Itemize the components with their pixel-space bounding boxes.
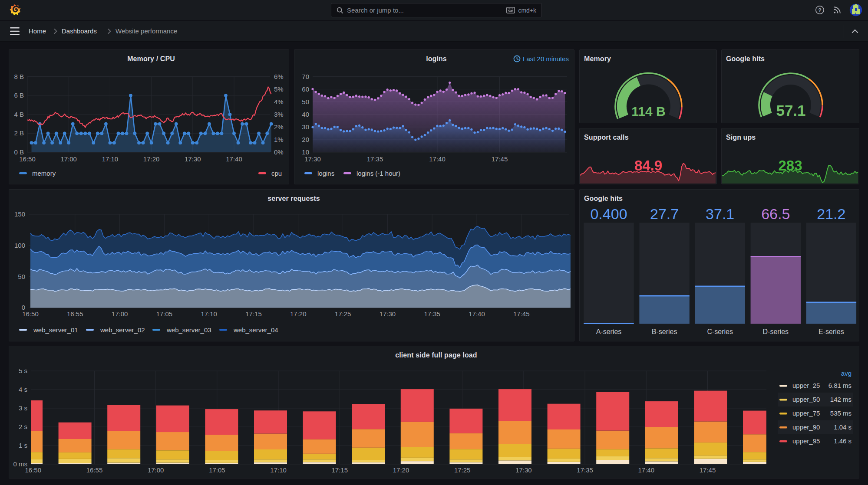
svg-text:30: 30	[302, 123, 309, 131]
svg-text:0 B: 0 B	[14, 148, 24, 156]
svg-text:17:40: 17:40	[226, 155, 242, 163]
svg-text:0%: 0%	[274, 148, 284, 156]
svg-text:17:05: 17:05	[209, 466, 225, 474]
svg-text:6 B: 6 B	[14, 92, 24, 99]
svg-text:40: 40	[302, 111, 309, 118]
svg-text:8 B: 8 B	[14, 73, 24, 80]
svg-text:66.5: 66.5	[761, 206, 790, 222]
svg-text:142 ms: 142 ms	[830, 396, 851, 403]
svg-text:17:45: 17:45	[700, 466, 716, 474]
svg-text:cpu: cpu	[271, 170, 282, 177]
svg-text:17:40: 17:40	[638, 466, 655, 474]
svg-text:0.400: 0.400	[590, 206, 627, 222]
svg-text:E-series: E-series	[818, 328, 844, 335]
svg-text:upper_95: upper_95	[792, 437, 820, 445]
svg-text:17:40: 17:40	[429, 155, 446, 163]
svg-text:6%: 6%	[274, 73, 284, 80]
svg-text:17:05: 17:05	[156, 310, 173, 318]
svg-text:17:20: 17:20	[393, 466, 409, 474]
svg-text:1.46 s: 1.46 s	[834, 437, 851, 445]
svg-text:114 B: 114 B	[631, 104, 665, 118]
svg-text:17:10: 17:10	[270, 466, 287, 474]
svg-text:D-series: D-series	[763, 328, 789, 335]
svg-text:1%: 1%	[274, 136, 284, 143]
svg-text:4 s: 4 s	[19, 386, 27, 393]
svg-text:50: 50	[302, 98, 309, 105]
svg-text:C-series: C-series	[707, 328, 733, 335]
svg-text:upper_90: upper_90	[792, 423, 820, 431]
svg-text:535 ms: 535 ms	[830, 410, 851, 417]
svg-text:17:35: 17:35	[424, 310, 440, 318]
svg-text:upper_50: upper_50	[792, 396, 820, 403]
svg-text:5%: 5%	[274, 85, 284, 93]
svg-text:2 B: 2 B	[14, 129, 24, 137]
svg-text:17:45: 17:45	[513, 310, 530, 318]
svg-text:?: ?	[818, 7, 822, 13]
svg-text:27.7: 27.7	[650, 206, 679, 222]
svg-text:60: 60	[302, 85, 309, 93]
svg-text:17:20: 17:20	[143, 155, 160, 163]
svg-text:memory: memory	[32, 170, 56, 177]
svg-text:16:50: 16:50	[22, 310, 39, 318]
svg-text:4%: 4%	[274, 98, 284, 105]
svg-text:16:55: 16:55	[67, 310, 83, 318]
svg-text:16:50: 16:50	[19, 155, 36, 163]
svg-text:web_server_04: web_server_04	[233, 326, 278, 334]
svg-text:3 s: 3 s	[19, 404, 27, 412]
svg-text:20: 20	[302, 136, 309, 143]
svg-text:2 s: 2 s	[19, 423, 27, 430]
svg-text:logins (-1 hour): logins (-1 hour)	[356, 170, 400, 177]
svg-text:17:15: 17:15	[332, 466, 348, 474]
svg-text:17:10: 17:10	[102, 155, 119, 163]
svg-text:17:45: 17:45	[492, 155, 508, 163]
svg-text:avg: avg	[841, 370, 851, 377]
svg-text:17:10: 17:10	[201, 310, 217, 318]
svg-text:17:30: 17:30	[380, 310, 396, 318]
svg-text:upper_25: upper_25	[792, 382, 820, 389]
svg-text:150: 150	[14, 210, 25, 218]
svg-text:283: 283	[778, 157, 802, 174]
svg-text:1.04 s: 1.04 s	[834, 423, 851, 431]
svg-text:1 s: 1 s	[19, 442, 27, 449]
svg-text:84.9: 84.9	[634, 157, 662, 174]
svg-text:5 s: 5 s	[19, 367, 27, 374]
svg-text:10: 10	[302, 148, 309, 156]
svg-text:57.1: 57.1	[776, 102, 805, 119]
svg-text:17:25: 17:25	[335, 310, 351, 318]
svg-text:upper_75: upper_75	[792, 410, 820, 417]
svg-text:17:00: 17:00	[112, 310, 128, 318]
svg-text:logins: logins	[317, 170, 334, 177]
svg-text:17:30: 17:30	[304, 155, 321, 163]
svg-text:16:50: 16:50	[25, 466, 42, 474]
svg-text:17:00: 17:00	[60, 155, 77, 163]
svg-text:17:35: 17:35	[577, 466, 593, 474]
svg-text:100: 100	[14, 242, 25, 249]
svg-text:17:35: 17:35	[367, 155, 383, 163]
svg-text:17:25: 17:25	[454, 466, 471, 474]
svg-text:4 B: 4 B	[14, 111, 24, 118]
svg-text:web_server_03: web_server_03	[166, 326, 211, 334]
svg-text:web_server_02: web_server_02	[100, 326, 145, 334]
svg-text:17:30: 17:30	[515, 466, 532, 474]
svg-text:50: 50	[18, 273, 25, 280]
svg-text:70: 70	[302, 73, 309, 80]
svg-text:B-series: B-series	[652, 328, 677, 335]
svg-text:37.1: 37.1	[706, 206, 734, 222]
svg-text:17:30: 17:30	[185, 155, 201, 163]
svg-text:A-series: A-series	[596, 328, 622, 335]
svg-text:2%: 2%	[274, 123, 284, 131]
svg-text:3%: 3%	[274, 111, 284, 118]
svg-text:16:55: 16:55	[86, 466, 103, 474]
svg-text:6.81 ms: 6.81 ms	[828, 382, 851, 389]
svg-text:web_server_01: web_server_01	[33, 326, 78, 334]
svg-text:21.2: 21.2	[817, 206, 845, 222]
svg-text:17:20: 17:20	[290, 310, 307, 318]
svg-text:17:40: 17:40	[469, 310, 485, 318]
svg-text:17:00: 17:00	[148, 466, 164, 474]
svg-text:17:15: 17:15	[245, 310, 262, 318]
